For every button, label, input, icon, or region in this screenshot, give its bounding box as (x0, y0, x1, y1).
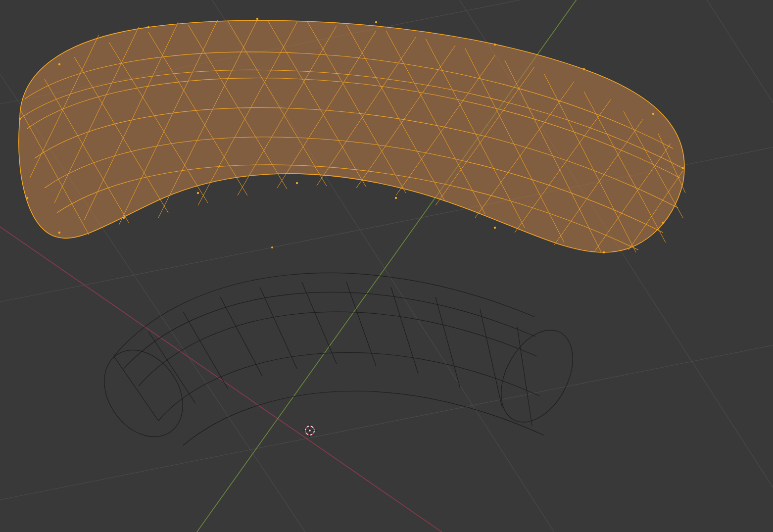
svg-point-63 (583, 68, 585, 70)
svg-line-21 (517, 327, 532, 426)
svg-point-73 (58, 232, 60, 234)
svg-line-14 (220, 297, 262, 376)
svg-point-62 (494, 44, 496, 46)
svg-point-74 (26, 197, 28, 199)
svg-line-13 (183, 312, 228, 388)
svg-point-68 (494, 227, 496, 229)
svg-line-2 (0, 322, 773, 520)
svg-point-79 (309, 430, 311, 432)
cursor-3d[interactable] (303, 424, 317, 437)
mesh-torus-upper-fill (19, 20, 684, 252)
stray-vertex (271, 246, 273, 248)
svg-point-57 (19, 118, 21, 120)
mesh-torus-lower[interactable] (88, 273, 587, 452)
svg-line-16 (302, 282, 337, 364)
svg-line-12 (148, 332, 195, 403)
svg-point-65 (682, 167, 684, 169)
svg-point-69 (395, 197, 397, 199)
svg-point-67 (603, 251, 605, 253)
svg-point-70 (296, 182, 298, 184)
svg-point-72 (123, 217, 125, 219)
svg-point-64 (652, 113, 654, 115)
svg-point-59 (147, 26, 149, 28)
svg-point-66 (662, 222, 664, 224)
scene-svg (0, 0, 773, 532)
svg-point-60 (256, 18, 258, 20)
svg-line-17 (346, 282, 376, 366)
svg-point-61 (375, 21, 377, 23)
svg-line-19 (435, 297, 460, 388)
viewport-3d[interactable] (0, 0, 773, 532)
svg-point-71 (197, 192, 199, 194)
svg-point-58 (58, 63, 60, 65)
svg-point-10 (486, 318, 587, 435)
svg-line-6 (643, 0, 773, 532)
svg-line-11 (114, 356, 158, 421)
svg-line-20 (480, 309, 502, 408)
svg-line-15 (260, 287, 297, 369)
